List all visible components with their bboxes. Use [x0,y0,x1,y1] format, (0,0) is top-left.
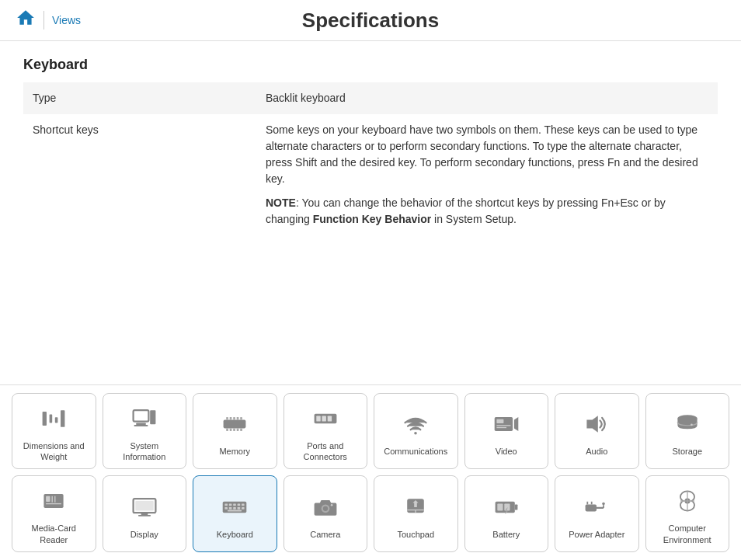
svg-rect-50 [242,503,245,506]
nav-item-battery[interactable]: Battery [464,475,549,552]
page-wrapper: Views Specifications Keyboard Type Backl… [0,0,741,560]
svg-rect-24 [316,416,320,421]
svg-rect-12 [224,420,246,429]
svg-rect-1 [50,414,53,423]
wifi-icon [398,407,433,441]
svg-rect-0 [43,412,47,426]
keyboard-icon [217,490,252,524]
nav-item-camera[interactable]: Camera [284,475,368,552]
svg-rect-6 [134,425,148,426]
camera-icon [308,490,343,524]
nav-label-storage: Storage [672,446,702,457]
svg-rect-64 [515,504,518,510]
nav-row-1: Dimensions andWeight System [12,393,729,470]
nav-row-2: Media-CardReader Display [12,475,729,552]
table-row: Type Backlit keyboard [23,82,718,114]
spec-table: Type Backlit keyboard Shortcut keys Some… [23,82,718,235]
video-icon [489,407,524,441]
nav-item-keyboard[interactable]: Keyboard [193,475,277,552]
svg-marker-33 [587,416,598,433]
dimensions-icon [37,402,71,436]
system-info-icon [127,402,162,436]
svg-rect-43 [141,513,148,515]
nav-item-computer-env[interactable]: ComputerEnvironment [645,475,730,552]
battery-icon [489,490,524,524]
nav-label-power-adapter: Power Adapter [569,529,624,540]
nav-item-display[interactable]: Display [103,475,187,552]
svg-point-59 [331,503,333,506]
nav-item-ports[interactable]: Ports andConnectors [284,393,368,470]
svg-rect-55 [242,507,245,510]
svg-rect-14 [230,417,232,420]
svg-rect-21 [237,428,239,431]
touchpad-icon [398,490,433,524]
home-icon[interactable] [16,8,36,33]
svg-rect-67 [586,504,597,511]
svg-rect-54 [238,507,241,510]
nav-label-display: Display [130,529,158,540]
svg-rect-28 [494,417,512,431]
svg-rect-13 [226,417,228,420]
nav-item-system-info[interactable]: SystemInformation [103,393,187,470]
nav-label-memory: Memory [219,446,250,457]
svg-rect-8 [151,412,155,414]
power-icon [579,490,614,524]
value-shortcut: Some keys on your keyboard have two symb… [256,114,718,235]
svg-rect-30 [496,419,503,423]
svg-rect-56 [228,510,242,511]
svg-rect-19 [230,428,232,431]
svg-rect-42 [135,500,153,510]
svg-rect-4 [133,410,148,421]
label-shortcut: Shortcut keys [23,114,256,235]
svg-rect-11 [151,421,155,423]
audio-icon [579,407,614,441]
memory-icon [217,407,252,441]
nav-item-audio[interactable]: Audio [555,393,639,470]
svg-rect-3 [61,410,64,427]
svg-rect-22 [240,428,242,431]
nav-label-communications: Communications [384,446,447,457]
svg-rect-17 [240,417,242,420]
header: Views Specifications [0,0,741,41]
svg-rect-66 [504,503,510,510]
svg-rect-9 [151,415,155,416]
svg-rect-5 [136,423,146,425]
nav-label-battery: Battery [492,529,520,540]
nav-label-dimensions: Dimensions andWeight [23,440,85,463]
nav-item-memory[interactable]: Memory [193,393,277,470]
nav-label-camera: Camera [310,529,340,540]
svg-rect-47 [229,503,232,506]
main-content: Keyboard Type Backlit keyboard Shortcut … [0,41,741,251]
nav-item-video[interactable]: Video [464,393,549,470]
nav-label-ports: Ports andConnectors [304,440,347,463]
nav-item-communications[interactable]: Communications [374,393,458,470]
nav-item-storage[interactable]: Storage [645,393,730,470]
svg-rect-26 [327,416,331,421]
svg-rect-2 [55,417,58,423]
header-nav: Views [16,8,81,33]
svg-rect-46 [225,503,228,506]
svg-rect-37 [46,496,50,502]
svg-rect-25 [322,416,325,421]
nav-label-keyboard: Keyboard [217,529,253,540]
svg-rect-53 [233,507,236,510]
nav-item-touchpad[interactable]: Touchpad [374,475,458,552]
svg-marker-29 [514,417,518,431]
svg-point-58 [323,506,328,510]
svg-rect-18 [226,428,228,431]
svg-point-27 [414,432,417,435]
nav-item-dimensions[interactable]: Dimensions andWeight [12,393,96,470]
svg-rect-65 [497,503,503,510]
nav-label-touchpad: Touchpad [397,529,434,540]
bottom-nav: Dimensions andWeight System [0,384,741,560]
header-divider [43,11,44,30]
nav-item-media-card[interactable]: Media-CardReader [12,475,96,552]
storage-icon [670,407,704,441]
views-link[interactable]: Views [52,14,81,26]
media-card-icon [37,484,71,518]
nav-label-computer-env: ComputerEnvironment [663,523,711,545]
svg-rect-16 [237,417,239,420]
ports-icon [308,402,343,436]
nav-item-power-adapter[interactable]: Power Adapter [555,475,639,552]
svg-rect-48 [233,503,236,506]
